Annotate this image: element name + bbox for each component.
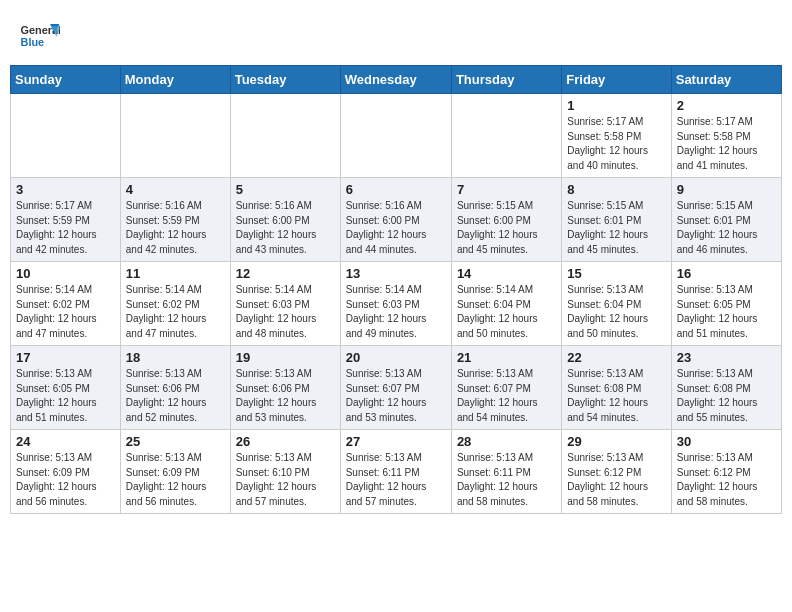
calendar-week-2: 3Sunrise: 5:17 AMSunset: 5:59 PMDaylight… (11, 178, 782, 262)
day-number: 22 (567, 350, 665, 365)
calendar-cell: 15Sunrise: 5:13 AMSunset: 6:04 PMDayligh… (562, 262, 671, 346)
day-info: Sunrise: 5:13 AMSunset: 6:06 PMDaylight:… (236, 367, 335, 425)
calendar-cell (230, 94, 340, 178)
day-info: Sunrise: 5:17 AMSunset: 5:58 PMDaylight:… (677, 115, 776, 173)
weekday-header-thursday: Thursday (451, 66, 561, 94)
page-header: General Blue (10, 10, 782, 60)
calendar-cell (11, 94, 121, 178)
calendar-cell: 25Sunrise: 5:13 AMSunset: 6:09 PMDayligh… (120, 430, 230, 514)
day-number: 21 (457, 350, 556, 365)
day-number: 29 (567, 434, 665, 449)
day-info: Sunrise: 5:13 AMSunset: 6:09 PMDaylight:… (126, 451, 225, 509)
day-info: Sunrise: 5:13 AMSunset: 6:05 PMDaylight:… (677, 283, 776, 341)
day-number: 20 (346, 350, 446, 365)
day-info: Sunrise: 5:13 AMSunset: 6:07 PMDaylight:… (457, 367, 556, 425)
calendar-cell: 19Sunrise: 5:13 AMSunset: 6:06 PMDayligh… (230, 346, 340, 430)
day-info: Sunrise: 5:13 AMSunset: 6:12 PMDaylight:… (677, 451, 776, 509)
calendar-cell: 29Sunrise: 5:13 AMSunset: 6:12 PMDayligh… (562, 430, 671, 514)
weekday-header-saturday: Saturday (671, 66, 781, 94)
weekday-header-friday: Friday (562, 66, 671, 94)
logo-icon: General Blue (20, 20, 60, 55)
day-info: Sunrise: 5:13 AMSunset: 6:08 PMDaylight:… (677, 367, 776, 425)
day-number: 16 (677, 266, 776, 281)
day-info: Sunrise: 5:13 AMSunset: 6:05 PMDaylight:… (16, 367, 115, 425)
day-info: Sunrise: 5:16 AMSunset: 6:00 PMDaylight:… (346, 199, 446, 257)
calendar-cell: 18Sunrise: 5:13 AMSunset: 6:06 PMDayligh… (120, 346, 230, 430)
day-info: Sunrise: 5:13 AMSunset: 6:04 PMDaylight:… (567, 283, 665, 341)
day-number: 6 (346, 182, 446, 197)
calendar-table: SundayMondayTuesdayWednesdayThursdayFrid… (10, 65, 782, 514)
calendar-cell: 6Sunrise: 5:16 AMSunset: 6:00 PMDaylight… (340, 178, 451, 262)
day-info: Sunrise: 5:14 AMSunset: 6:03 PMDaylight:… (236, 283, 335, 341)
calendar-cell: 24Sunrise: 5:13 AMSunset: 6:09 PMDayligh… (11, 430, 121, 514)
day-info: Sunrise: 5:13 AMSunset: 6:10 PMDaylight:… (236, 451, 335, 509)
day-number: 5 (236, 182, 335, 197)
svg-text:Blue: Blue (21, 36, 45, 48)
calendar-cell: 3Sunrise: 5:17 AMSunset: 5:59 PMDaylight… (11, 178, 121, 262)
day-info: Sunrise: 5:13 AMSunset: 6:11 PMDaylight:… (457, 451, 556, 509)
calendar-cell: 21Sunrise: 5:13 AMSunset: 6:07 PMDayligh… (451, 346, 561, 430)
calendar-cell: 5Sunrise: 5:16 AMSunset: 6:00 PMDaylight… (230, 178, 340, 262)
calendar-cell: 13Sunrise: 5:14 AMSunset: 6:03 PMDayligh… (340, 262, 451, 346)
day-info: Sunrise: 5:16 AMSunset: 5:59 PMDaylight:… (126, 199, 225, 257)
day-info: Sunrise: 5:14 AMSunset: 6:02 PMDaylight:… (126, 283, 225, 341)
day-info: Sunrise: 5:14 AMSunset: 6:04 PMDaylight:… (457, 283, 556, 341)
day-number: 23 (677, 350, 776, 365)
day-number: 28 (457, 434, 556, 449)
day-number: 2 (677, 98, 776, 113)
calendar-week-1: 1Sunrise: 5:17 AMSunset: 5:58 PMDaylight… (11, 94, 782, 178)
day-number: 7 (457, 182, 556, 197)
calendar-cell: 11Sunrise: 5:14 AMSunset: 6:02 PMDayligh… (120, 262, 230, 346)
logo: General Blue (20, 20, 62, 55)
day-info: Sunrise: 5:15 AMSunset: 6:01 PMDaylight:… (677, 199, 776, 257)
calendar-cell: 27Sunrise: 5:13 AMSunset: 6:11 PMDayligh… (340, 430, 451, 514)
calendar-cell: 30Sunrise: 5:13 AMSunset: 6:12 PMDayligh… (671, 430, 781, 514)
calendar-cell: 26Sunrise: 5:13 AMSunset: 6:10 PMDayligh… (230, 430, 340, 514)
calendar-cell: 2Sunrise: 5:17 AMSunset: 5:58 PMDaylight… (671, 94, 781, 178)
day-number: 9 (677, 182, 776, 197)
calendar-cell: 8Sunrise: 5:15 AMSunset: 6:01 PMDaylight… (562, 178, 671, 262)
calendar-cell: 4Sunrise: 5:16 AMSunset: 5:59 PMDaylight… (120, 178, 230, 262)
day-info: Sunrise: 5:13 AMSunset: 6:11 PMDaylight:… (346, 451, 446, 509)
day-number: 3 (16, 182, 115, 197)
day-info: Sunrise: 5:16 AMSunset: 6:00 PMDaylight:… (236, 199, 335, 257)
calendar-cell (451, 94, 561, 178)
day-number: 25 (126, 434, 225, 449)
day-number: 24 (16, 434, 115, 449)
calendar-cell (120, 94, 230, 178)
weekday-header-sunday: Sunday (11, 66, 121, 94)
day-number: 1 (567, 98, 665, 113)
day-info: Sunrise: 5:13 AMSunset: 6:06 PMDaylight:… (126, 367, 225, 425)
calendar-cell: 16Sunrise: 5:13 AMSunset: 6:05 PMDayligh… (671, 262, 781, 346)
calendar-cell: 10Sunrise: 5:14 AMSunset: 6:02 PMDayligh… (11, 262, 121, 346)
day-info: Sunrise: 5:13 AMSunset: 6:08 PMDaylight:… (567, 367, 665, 425)
calendar-week-5: 24Sunrise: 5:13 AMSunset: 6:09 PMDayligh… (11, 430, 782, 514)
day-info: Sunrise: 5:13 AMSunset: 6:07 PMDaylight:… (346, 367, 446, 425)
weekday-header-tuesday: Tuesday (230, 66, 340, 94)
weekday-header-row: SundayMondayTuesdayWednesdayThursdayFrid… (11, 66, 782, 94)
calendar-cell (340, 94, 451, 178)
calendar-cell: 22Sunrise: 5:13 AMSunset: 6:08 PMDayligh… (562, 346, 671, 430)
day-info: Sunrise: 5:14 AMSunset: 6:02 PMDaylight:… (16, 283, 115, 341)
day-number: 14 (457, 266, 556, 281)
day-info: Sunrise: 5:13 AMSunset: 6:12 PMDaylight:… (567, 451, 665, 509)
calendar-cell: 1Sunrise: 5:17 AMSunset: 5:58 PMDaylight… (562, 94, 671, 178)
day-info: Sunrise: 5:14 AMSunset: 6:03 PMDaylight:… (346, 283, 446, 341)
day-number: 27 (346, 434, 446, 449)
calendar-week-3: 10Sunrise: 5:14 AMSunset: 6:02 PMDayligh… (11, 262, 782, 346)
day-info: Sunrise: 5:17 AMSunset: 5:58 PMDaylight:… (567, 115, 665, 173)
calendar-week-4: 17Sunrise: 5:13 AMSunset: 6:05 PMDayligh… (11, 346, 782, 430)
day-number: 11 (126, 266, 225, 281)
day-number: 15 (567, 266, 665, 281)
day-info: Sunrise: 5:17 AMSunset: 5:59 PMDaylight:… (16, 199, 115, 257)
calendar-cell: 7Sunrise: 5:15 AMSunset: 6:00 PMDaylight… (451, 178, 561, 262)
calendar-cell: 12Sunrise: 5:14 AMSunset: 6:03 PMDayligh… (230, 262, 340, 346)
calendar-cell: 9Sunrise: 5:15 AMSunset: 6:01 PMDaylight… (671, 178, 781, 262)
calendar-cell: 23Sunrise: 5:13 AMSunset: 6:08 PMDayligh… (671, 346, 781, 430)
day-number: 8 (567, 182, 665, 197)
day-info: Sunrise: 5:13 AMSunset: 6:09 PMDaylight:… (16, 451, 115, 509)
day-number: 19 (236, 350, 335, 365)
day-number: 4 (126, 182, 225, 197)
day-info: Sunrise: 5:15 AMSunset: 6:01 PMDaylight:… (567, 199, 665, 257)
day-number: 26 (236, 434, 335, 449)
